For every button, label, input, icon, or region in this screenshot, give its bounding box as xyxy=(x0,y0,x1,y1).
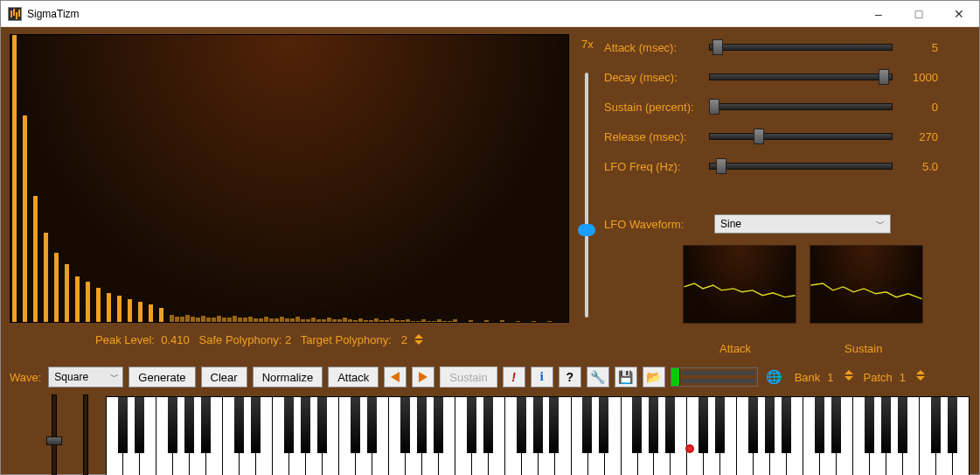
attack-value: 5 xyxy=(898,41,938,54)
next-button[interactable] xyxy=(412,367,434,388)
black-key[interactable] xyxy=(649,397,658,453)
black-key[interactable] xyxy=(665,397,675,453)
midi-globe-icon: 🌐 xyxy=(766,369,782,385)
black-key[interactable] xyxy=(284,397,294,453)
generate-button[interactable]: Generate xyxy=(129,367,195,388)
black-key[interactable] xyxy=(135,397,144,453)
black-key[interactable] xyxy=(234,397,244,453)
safe-polyphony-label: Safe Polyphony: xyxy=(199,333,282,346)
patch-value: 1 xyxy=(900,371,906,384)
release-slider[interactable] xyxy=(709,128,893,145)
attack-envelope-view[interactable] xyxy=(683,245,796,324)
black-key[interactable] xyxy=(317,397,327,453)
zoom-slider-thumb[interactable] xyxy=(578,224,595,236)
lfo-waveform-select[interactable]: Sine ﹀ xyxy=(714,214,891,234)
black-key[interactable] xyxy=(865,397,874,453)
midi-button[interactable]: 🌐 xyxy=(763,367,786,388)
black-key[interactable] xyxy=(483,397,493,453)
safe-polyphony-value: 2 xyxy=(285,333,291,346)
toolbar: Wave: Square ﹀ Generate Clear Normalize … xyxy=(10,367,927,388)
black-key[interactable] xyxy=(948,397,957,453)
help-button[interactable]: ? xyxy=(559,367,581,388)
black-key[interactable] xyxy=(765,397,775,453)
black-key[interactable] xyxy=(467,397,476,453)
black-key[interactable] xyxy=(699,397,708,453)
minimize-button[interactable]: – xyxy=(858,1,899,26)
black-key[interactable] xyxy=(118,397,128,453)
black-key[interactable] xyxy=(898,397,907,453)
previous-button[interactable] xyxy=(384,367,407,388)
black-key[interactable] xyxy=(168,397,177,453)
panic-button[interactable]: ! xyxy=(503,367,525,388)
exclamation-icon: ! xyxy=(511,370,516,384)
black-key[interactable] xyxy=(434,397,443,453)
black-key[interactable] xyxy=(417,397,427,453)
black-key[interactable] xyxy=(831,397,841,453)
attack-slider[interactable] xyxy=(709,38,893,56)
save-button[interactable]: 💾 xyxy=(615,367,637,388)
black-key[interactable] xyxy=(351,397,360,453)
decay-value: 1000 xyxy=(898,71,938,84)
wave-select[interactable]: Square ﹀ xyxy=(48,367,123,388)
close-button[interactable]: ✕ xyxy=(939,1,979,26)
attack-label: Attack (msec): xyxy=(604,41,709,54)
titlebar[interactable]: SigmaTizm – □ ✕ xyxy=(1,1,979,27)
release-label: Release (msec): xyxy=(604,130,709,143)
edit-attack-button[interactable]: Attack xyxy=(328,367,379,388)
black-key[interactable] xyxy=(201,397,211,453)
sustain-envelope-view[interactable] xyxy=(810,245,923,324)
piano-keyboard[interactable] xyxy=(106,396,970,475)
app-icon xyxy=(8,7,22,21)
black-key[interactable] xyxy=(632,397,642,453)
black-key[interactable] xyxy=(301,397,310,453)
bank-value: 1 xyxy=(827,371,833,384)
pitch-bend-lever[interactable] xyxy=(46,395,62,475)
black-key[interactable] xyxy=(533,397,543,453)
decay-slider[interactable] xyxy=(709,68,893,86)
wave-value: Square xyxy=(54,371,88,383)
zoom-slider-track[interactable] xyxy=(585,73,588,318)
mod-wheel-lever[interactable] xyxy=(78,395,94,475)
black-key[interactable] xyxy=(549,397,559,453)
question-icon: ? xyxy=(566,370,573,384)
attack-envelope-label: Attack xyxy=(719,342,751,355)
target-polyphony-stepper[interactable] xyxy=(414,334,425,348)
save-icon: 💾 xyxy=(618,370,633,384)
maximize-button[interactable]: □ xyxy=(899,1,939,26)
black-key[interactable] xyxy=(184,397,194,453)
black-key[interactable] xyxy=(367,397,377,453)
chevron-down-icon: ﹀ xyxy=(110,371,119,383)
black-key[interactable] xyxy=(815,397,824,453)
black-key[interactable] xyxy=(599,397,608,453)
harmonic-spectrum[interactable] xyxy=(10,34,569,323)
folder-open-icon: 📂 xyxy=(646,370,661,384)
info-icon: i xyxy=(540,370,544,384)
black-key[interactable] xyxy=(931,397,941,453)
target-polyphony-value: 2 xyxy=(401,333,407,346)
patch-stepper[interactable] xyxy=(916,370,927,384)
app-window: SigmaTizm – □ ✕ 7x Attack (msec): 5 Deca… xyxy=(0,0,980,475)
arrow-left-icon xyxy=(391,372,400,382)
open-button[interactable]: 📂 xyxy=(643,367,665,388)
sustain-slider[interactable] xyxy=(709,98,893,115)
clear-button[interactable]: Clear xyxy=(201,367,247,388)
status-row: Peak Level: 0.410 Safe Polyphony: 2 Targ… xyxy=(95,333,425,348)
normalize-button[interactable]: Normalize xyxy=(253,367,323,388)
black-key[interactable] xyxy=(251,397,261,453)
wrench-icon: 🔧 xyxy=(590,370,605,384)
black-key[interactable] xyxy=(748,397,758,453)
edit-sustain-button[interactable]: Sustain xyxy=(440,367,497,388)
black-key[interactable] xyxy=(582,397,592,453)
black-key[interactable] xyxy=(517,397,526,453)
patch-label: Patch xyxy=(864,371,893,384)
black-key[interactable] xyxy=(400,397,410,453)
black-key[interactable] xyxy=(881,397,891,453)
bank-stepper[interactable] xyxy=(844,370,855,384)
black-key[interactable] xyxy=(782,397,791,453)
settings-button[interactable]: 🔧 xyxy=(587,367,609,388)
info-button[interactable]: i xyxy=(531,367,553,388)
keyboard-marker-icon xyxy=(685,444,694,453)
lfo-waveform-value: Sine xyxy=(720,218,741,230)
lfo-freq-slider[interactable] xyxy=(709,157,893,175)
black-key[interactable] xyxy=(715,397,725,453)
